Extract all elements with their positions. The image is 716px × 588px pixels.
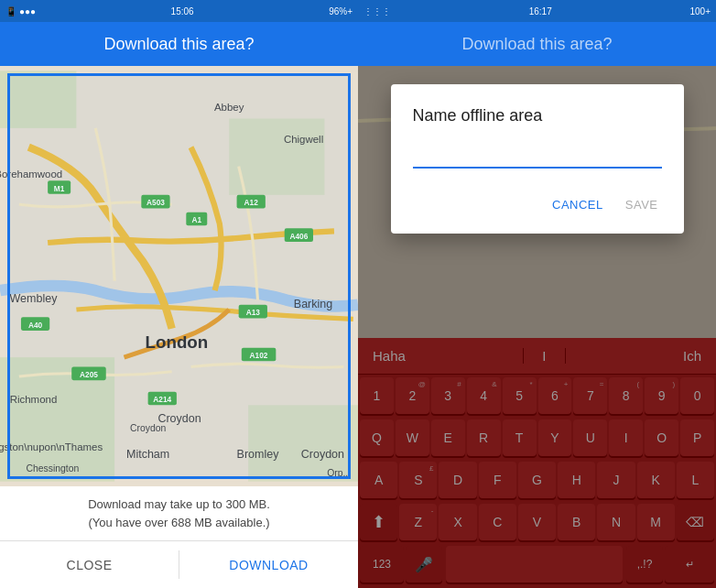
map-container-left: M1 A503 A1 A12 A406 A40 A13 A205 A214 A1… bbox=[0, 66, 358, 486]
left-panel: 📱 ●●● 15:06 96%+ Download this area? bbox=[0, 0, 358, 588]
status-bar-left: 📱 ●●● 15:06 96%+ bbox=[0, 0, 358, 22]
download-button[interactable]: DOWNLOAD bbox=[179, 541, 358, 588]
dialog-title: Name offline area bbox=[413, 106, 662, 125]
status-icons-left: 📱 ●●● bbox=[5, 6, 36, 16]
signal-icon: ●●● bbox=[19, 6, 36, 16]
status-icons-right: ⋮⋮⋮ bbox=[363, 6, 391, 16]
map-selection-box bbox=[7, 73, 351, 479]
download-info-text: Download may take up to 300 MB.(You have… bbox=[88, 497, 270, 529]
time-right: 16:17 bbox=[529, 6, 552, 16]
map-background-left: M1 A503 A1 A12 A406 A40 A13 A205 A214 A1… bbox=[0, 66, 358, 486]
cancel-button[interactable]: CANCEL bbox=[548, 191, 607, 219]
close-button[interactable]: CLOSE bbox=[0, 541, 179, 588]
battery-right: 100+ bbox=[689, 6, 711, 16]
save-button[interactable]: SAVE bbox=[622, 191, 662, 219]
right-panel: ⋮⋮⋮ 16:17 100+ Download this area? Dyste… bbox=[358, 0, 716, 588]
dialog-box: Name offline area CANCEL SAVE bbox=[391, 84, 684, 234]
app-header-left: Download this area? bbox=[0, 22, 358, 66]
download-info: Download may take up to 300 MB.(You have… bbox=[0, 486, 358, 540]
bottom-buttons-left: CLOSE DOWNLOAD bbox=[0, 540, 358, 588]
dialog-actions: CANCEL SAVE bbox=[413, 191, 662, 219]
header-title-left: Download this area? bbox=[103, 35, 254, 54]
status-bar-right: ⋮⋮⋮ 16:17 100+ bbox=[358, 0, 716, 22]
dialog-overlay: Name offline area CANCEL SAVE bbox=[358, 66, 716, 588]
header-title-right: Download this area? bbox=[461, 35, 612, 54]
time-left: 15:06 bbox=[171, 6, 194, 16]
menu-icon: ⋮⋮⋮ bbox=[363, 6, 391, 16]
app-header-right: Download this area? bbox=[358, 22, 716, 66]
whatsapp-icon: 📱 bbox=[5, 6, 16, 16]
battery-left: 96%+ bbox=[329, 6, 353, 16]
area-name-input[interactable] bbox=[413, 144, 662, 169]
